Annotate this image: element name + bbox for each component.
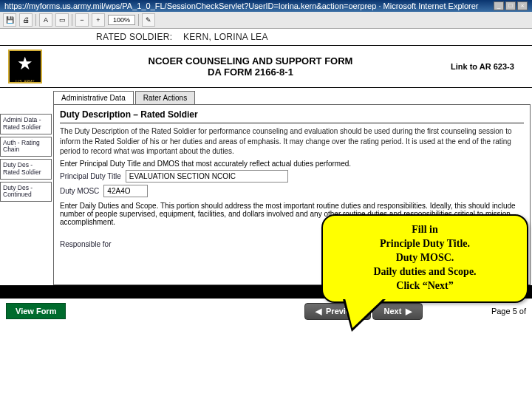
header-title-line2: DA FORM 2166-8-1 (50, 66, 451, 78)
sidebar-item-duty-desc-cont[interactable]: Duty Des - Continued (0, 182, 52, 202)
tab-rater-actions[interactable]: Rater Actions (135, 91, 195, 104)
sign-tool-icon[interactable]: ✎ (142, 13, 155, 27)
maximize-button[interactable]: □ (505, 1, 516, 10)
zoom-out-icon[interactable]: − (75, 13, 89, 27)
rated-label: RATED SOLDIER: (96, 32, 172, 42)
principal-duty-title-input[interactable] (126, 170, 288, 183)
rated-name: KERN, LORINA LEA (183, 32, 268, 42)
view-form-button[interactable]: View Form (6, 303, 66, 319)
army-logo-wrap: U.S. ARMY (0, 46, 50, 87)
responsible-for-label: Responsible for (60, 240, 111, 248)
zoom-level[interactable]: 100% (108, 15, 135, 25)
section-title: Duty Description – Rated Soldier (60, 109, 524, 120)
caret-left-icon: ◀ (316, 307, 321, 316)
tab-admin-data[interactable]: Administrative Data (53, 91, 134, 104)
zoom-in-icon[interactable]: + (92, 13, 105, 27)
text-tool-icon[interactable]: A (39, 13, 52, 27)
page-label: Page 5 of (491, 307, 526, 316)
callout-text: Fill in Principle Duty Title. Duty MOSC.… (330, 223, 519, 293)
window-buttons: _ □ × (494, 1, 528, 10)
print-icon[interactable]: 🖨 (19, 13, 33, 27)
us-army-logo: U.S. ARMY (8, 50, 42, 83)
left-sidebar: Admini Data - Rated Soldier Auth - Ratin… (0, 88, 52, 285)
principal-duty-title-label: Principal Duty Title (60, 172, 121, 180)
header-link[interactable]: Link to AR 623-3 (451, 62, 532, 71)
duty-mosc-label: Duty MOSC (60, 187, 99, 195)
sidebar-item-duty-desc[interactable]: Duty Des - Rated Soldier (0, 159, 52, 180)
window-titlebar: https://myforms.us.army.mil/wps/PA_1_0_F… (0, 0, 532, 12)
select-tool-icon[interactable]: ▭ (55, 13, 69, 27)
rated-soldier-row: RATED SOLDIER: KERN, LORINA LEA (0, 29, 532, 45)
pdf-toolbar: 💾 🖨 A ▭ − + 100% ✎ (0, 12, 532, 29)
instruction-callout: Fill in Principle Duty Title. Duty MOSC.… (321, 214, 528, 303)
form-header: U.S. ARMY NCOER COUNSELING AND SUPPORT F… (0, 45, 532, 88)
sidebar-item-admin-data[interactable]: Admini Data - Rated Soldier (0, 114, 52, 134)
section-description: The Duty Description of the Rated Soldie… (60, 126, 524, 157)
instruction-1: Enter Principal Duty Title and DMOS that… (60, 160, 524, 168)
save-icon[interactable]: 💾 (3, 13, 16, 27)
sidebar-item-auth-chain[interactable]: Auth - Rating Chain (0, 137, 52, 157)
header-title: NCOER COUNSELING AND SUPPORT FORM DA FOR… (50, 52, 451, 81)
window-title: https://myforms.us.army.mil/wps/PA_1_0_F… (4, 1, 479, 10)
header-title-line1: NCOER COUNSELING AND SUPPORT FORM (50, 55, 451, 66)
duty-mosc-input[interactable] (103, 185, 148, 197)
tabs-row: Administrative Data Rater Actions (53, 91, 531, 104)
close-button[interactable]: × (517, 1, 528, 10)
caret-right-icon: ▶ (406, 307, 412, 316)
minimize-button[interactable]: _ (494, 1, 504, 10)
